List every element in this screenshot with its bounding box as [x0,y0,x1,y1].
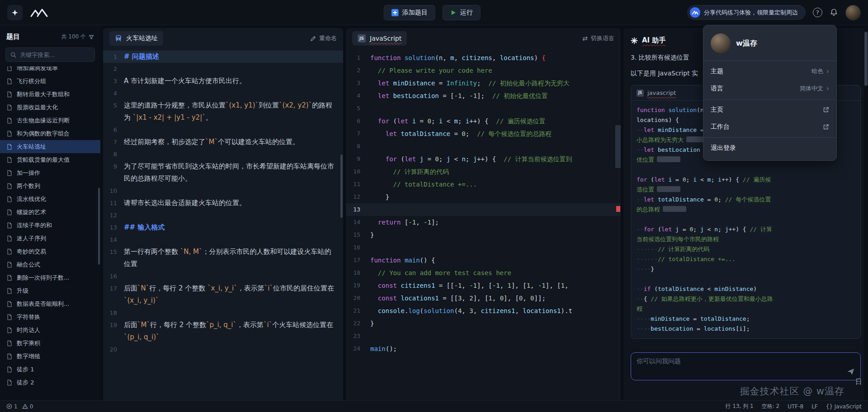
sidebar-item[interactable]: 删除一次得到子数... [0,271,100,284]
send-icon[interactable] [846,367,855,376]
code-line[interactable]: 20 const locations1 = [[3, 2], [1, 0], [… [346,292,621,304]
language-mode[interactable]: {} JavaScript [826,403,862,410]
code-line[interactable]: 24main(); [346,342,621,355]
scrollbar-thumb[interactable] [864,32,868,86]
code-line[interactable]: 4 let bestLocation = [-1, -1]; // 初始化最优位… [346,89,621,102]
sidebar-item[interactable]: 奇妙的交易 [0,245,100,258]
sidebar-item[interactable]: 螺旋的艺术 [0,206,100,219]
sidebar-item[interactable]: 字符替换 [0,310,100,323]
code-line[interactable]: 21 console.log(solution(4, 3, citizens1,… [346,304,621,317]
sidebar-item[interactable]: 货船载货量的最大值 [0,153,100,166]
sidebar-item[interactable]: 火车站选址 [0,140,100,153]
code-line[interactable]: 7 let totalDistance = 0; // 每个候选位置的总路程 [346,127,621,140]
code-editor[interactable]: 1function solution(n, m, citizens, locat… [346,49,621,400]
sidebar-item[interactable]: 时尚达人 [0,323,100,337]
line-number: 8 [103,148,124,160]
language-tab[interactable]: JS JavaScript [352,31,407,46]
cursor-position[interactable]: 行 13, 列 1 [726,403,754,410]
sidebar-item[interactable]: 流水线优化 [0,192,100,206]
rename-button[interactable]: 重命名 [310,34,337,42]
code-line[interactable]: 3 let minDistance = Infinity; // 初始化最小路程… [346,77,621,89]
eol[interactable]: LF [811,403,818,410]
code-token: minDistance [651,315,689,322]
code-line[interactable]: 12 } [346,191,621,203]
chat-input[interactable] [631,352,861,380]
code-token: ) { [477,117,488,125]
app-logo[interactable] [7,5,23,20]
sidebar-item[interactable]: 和为偶数的数字组合 [0,127,100,140]
bell-icon[interactable] [830,8,838,17]
menu-item-workspace[interactable]: 工作台 [703,118,836,136]
sidebar-scrollbar[interactable] [98,188,100,265]
sidebar-item[interactable]: 徒步 1 [0,363,100,376]
problem-scrollbar[interactable] [340,154,343,218]
search-input[interactable] [20,52,90,58]
code-token: ++ [477,155,485,163]
sidebar-item[interactable]: 飞行棋分组 [0,75,100,88]
sidebar-item[interactable]: 徒步 2 [0,376,100,389]
code-line[interactable]: 8 [346,140,621,153]
sidebar-item[interactable]: 加一操作 [0,166,100,179]
code-line[interactable]: 14 return [-1, -1]; [346,216,621,229]
warning-indicator[interactable]: 0 [22,403,33,410]
code-line[interactable]: 13 [346,203,621,216]
code-line[interactable]: 1function solution(n, m, citizens, locat… [346,52,621,64]
code-line[interactable]: 17function main() { [346,254,621,267]
sidebar-item[interactable]: 两个数列 [0,179,100,192]
code-line[interactable]: 16 [346,241,621,254]
menu-item-logout[interactable]: 退出登录 [703,140,836,157]
floating-widget-icon[interactable]: 日 [855,378,862,386]
markdown-line: 8 [103,148,343,160]
sidebar-item[interactable]: 翻转后最大子数组和 [0,88,100,101]
menu-item-language[interactable]: 语言 简体中文› [703,80,836,97]
line-number: 8 [346,140,370,153]
sidebar-item[interactable]: 连续子串的和 [0,219,100,232]
code-token: ; [458,117,466,125]
code-line[interactable]: 15} [346,229,621,241]
code-line[interactable]: 18 // You can add more test cases here [346,267,621,279]
code-line[interactable]: 6 for (let i = 0; i < m; i++) { // 遍历候选位… [346,115,621,127]
error-indicator[interactable]: 1 [6,403,18,410]
code-token: solution [424,307,454,314]
code-line[interactable]: 23 [346,330,621,342]
code-token: let [644,146,654,153]
avatar[interactable] [845,5,861,20]
sidebar-item[interactable]: 古生物血缘远近判断 [0,114,100,127]
menu-item-home[interactable]: 主页 [703,101,836,118]
line-number: 3 [346,77,370,89]
sidebar-item[interactable]: 数字乘积 [0,337,100,350]
sidebar-item[interactable]: 融合公式 [0,258,100,271]
code-line[interactable]: 22} [346,317,621,330]
help-icon[interactable]: ? [813,8,822,17]
code-token: , [492,295,500,302]
filter-icon[interactable] [89,34,94,40]
run-button[interactable]: 运行 [443,5,481,20]
code-token: // 初始化最优位置 [485,92,548,99]
sidebar-item[interactable]: 数字增殖 [0,350,100,363]
menu-divider [703,137,836,138]
problem-title-chip[interactable]: 火车站选址 [109,31,163,46]
brand-logo[interactable] [29,7,50,19]
indentation[interactable]: 空格: 2 [762,403,780,410]
add-question-button[interactable]: 添加题目 [384,5,435,20]
sidebar-item[interactable]: 升级 [0,284,100,297]
code-line[interactable]: 5 [346,102,621,115]
sidebar-item[interactable]: 数据表是否能顺利... [0,297,100,310]
sidebar-item[interactable]: 股票收益最大化 [0,101,100,114]
code-line[interactable]: 9 for (let j = 0; j < n; j++) { // 计算当前候… [346,153,621,165]
sidebar-item[interactable]: 增加漏洞发现率 [0,66,100,75]
sidebar-item[interactable]: 迷人子序列 [0,232,100,245]
markdown-segment: `M` [137,321,150,329]
search-box[interactable] [5,47,95,62]
promo-banner[interactable]: 分享代码练习体验，领限量定制周边 [687,5,806,20]
window-scrollbar[interactable] [864,25,868,400]
encoding[interactable]: UTF-8 [788,403,803,410]
code-line[interactable]: 2 // Please write your code here [346,64,621,77]
code-line[interactable]: 19 const citizens1 = [[-1, -1], [-1, 1],… [346,279,621,292]
code-line[interactable]: 11 // totalDistance +=... [346,178,621,191]
problem-content[interactable]: 1# 问题描述23A 市计划新建一个火车站方便市民出行。45这里的道路十分规整，… [103,49,343,400]
editor-scrollbar[interactable] [615,125,621,168]
switch-language-button[interactable]: ⇄ 切换语言 [582,34,614,42]
code-line[interactable]: 10 // 计算距离的代码 [346,165,621,178]
menu-item-theme[interactable]: 主题 暗色› [703,63,836,80]
